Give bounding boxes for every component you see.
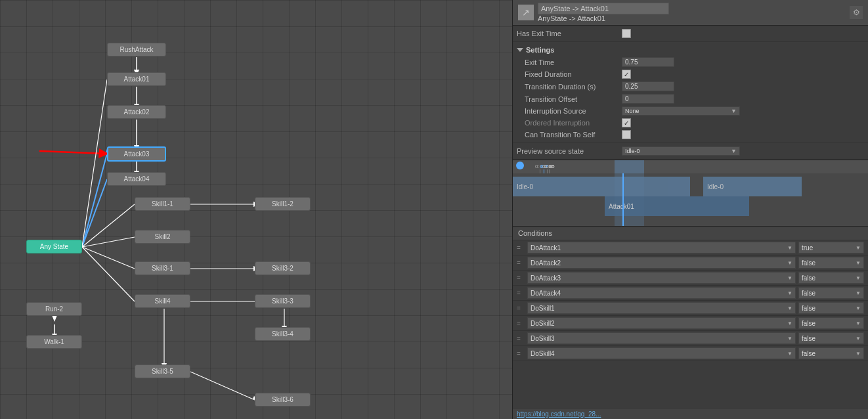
condition-equals-icon-4: = bbox=[517, 305, 525, 312]
interruption-source-dropdown[interactable]: None ▼ bbox=[622, 106, 740, 116]
value-arrow-icon-5: ▼ bbox=[856, 320, 861, 326]
condition-value-dropdown-2[interactable]: false ▼ bbox=[798, 272, 864, 284]
exit-time-input[interactable] bbox=[622, 57, 674, 67]
condition-value-dropdown-0[interactable]: true ▼ bbox=[798, 242, 864, 254]
interruption-source-row: Interruption Source None ▼ bbox=[517, 105, 864, 117]
has-exit-time-row: Has Exit Time bbox=[517, 28, 864, 39]
timeline-track-area[interactable]: Idle-0 Idle-0 Attack01 bbox=[513, 173, 868, 226]
timeline-track-idle: Idle-0 bbox=[513, 177, 690, 196]
param-arrow-icon-1: ▼ bbox=[787, 260, 792, 266]
settings-header-row: Settings bbox=[517, 44, 864, 56]
has-exit-time-label: Has Exit Time bbox=[517, 30, 622, 37]
value-arrow-icon-6: ▼ bbox=[856, 336, 861, 342]
node-skill2[interactable]: Skill2 bbox=[135, 230, 190, 244]
node-attack04[interactable]: Attack04 bbox=[107, 172, 166, 186]
condition-value-dropdown-6[interactable]: false ▼ bbox=[798, 332, 864, 344]
condition-param-dropdown-5[interactable]: DoSkill2 ▼ bbox=[527, 317, 796, 329]
condition-equals-icon-7: = bbox=[517, 350, 525, 357]
preview-source-dropdown[interactable]: Idle-0 ▼ bbox=[622, 146, 740, 156]
node-walk-1[interactable]: Walk-1 bbox=[26, 335, 82, 349]
preview-source-section: Preview source state Idle-0 ▼ bbox=[513, 143, 868, 160]
fixed-duration-label: Fixed Duration bbox=[517, 70, 622, 78]
param-arrow-icon-6: ▼ bbox=[787, 336, 792, 342]
condition-value-dropdown-5[interactable]: false ▼ bbox=[798, 317, 864, 329]
node-skill1-2[interactable]: Skill1-2 bbox=[255, 197, 311, 211]
settings-triangle[interactable] bbox=[517, 48, 523, 52]
fixed-duration-row: Fixed Duration bbox=[517, 68, 864, 80]
transition-icon: ↗ bbox=[518, 5, 534, 20]
node-skill1-1[interactable]: Skill1-1 bbox=[135, 197, 190, 211]
value-arrow-icon-0: ▼ bbox=[856, 245, 861, 251]
svg-line-10 bbox=[39, 151, 107, 154]
condition-row-1: = DoAttack2 ▼ false ▼ bbox=[513, 255, 868, 271]
ordered-interruption-checkbox[interactable] bbox=[622, 118, 631, 127]
param-arrow-icon-5: ▼ bbox=[787, 320, 792, 326]
exit-time-label: Exit Time bbox=[517, 58, 622, 66]
svg-line-11 bbox=[82, 204, 135, 247]
condition-equals-icon-1: = bbox=[517, 259, 525, 267]
node-skill3-6[interactable]: Skill3-6 bbox=[255, 393, 311, 407]
value-arrow-icon-7: ▼ bbox=[856, 351, 861, 357]
svg-line-12 bbox=[82, 237, 135, 247]
condition-param-dropdown-2[interactable]: DoAttack3 ▼ bbox=[527, 272, 796, 284]
preview-source-row: Preview source state Idle-0 ▼ bbox=[517, 145, 864, 157]
param-arrow-icon-2: ▼ bbox=[787, 275, 792, 281]
inspector-header: ↗ AnyState -> Attack01 ⚙ bbox=[513, 0, 868, 26]
tick-1-20: 1:20 bbox=[544, 164, 555, 173]
value-arrow-icon-4: ▼ bbox=[856, 305, 861, 311]
has-exit-time-checkbox[interactable] bbox=[622, 29, 631, 38]
timeline-scrubber-line bbox=[622, 173, 624, 226]
value-arrow-icon-3: ▼ bbox=[856, 290, 861, 296]
node-run-2[interactable]: Run-2 bbox=[26, 302, 82, 316]
condition-value-dropdown-7[interactable]: false ▼ bbox=[798, 347, 864, 359]
condition-row-2: = DoAttack3 ▼ false ▼ bbox=[513, 271, 868, 286]
node-any-state[interactable]: Any State bbox=[26, 240, 82, 254]
inspector-panel: ↗ AnyState -> Attack01 ⚙ Has Exit Time S… bbox=[512, 0, 868, 419]
condition-row-6: = DoSkill3 ▼ false ▼ bbox=[513, 331, 868, 346]
node-attack03[interactable]: Attack03 bbox=[107, 146, 166, 162]
ordered-interruption-label: Ordered Interruption bbox=[517, 119, 622, 127]
transition-duration-label: Transition Duration (s) bbox=[517, 83, 622, 91]
has-exit-time-section: Has Exit Time bbox=[513, 26, 868, 42]
node-skill3-1[interactable]: Skill3-1 bbox=[135, 261, 190, 275]
condition-row-3: = DoAttack4 ▼ false ▼ bbox=[513, 286, 868, 301]
conditions-header: Conditions bbox=[513, 227, 868, 240]
fixed-duration-checkbox[interactable] bbox=[622, 70, 631, 79]
node-skill3-5[interactable]: Skill3-5 bbox=[135, 364, 190, 378]
can-transition-to-self-label: Can Transition To Self bbox=[517, 131, 622, 139]
can-transition-to-self-checkbox[interactable] bbox=[622, 130, 631, 139]
condition-equals-icon-3: = bbox=[517, 290, 525, 297]
condition-param-dropdown-4[interactable]: DoSkill1 ▼ bbox=[527, 302, 796, 314]
node-rush-attack[interactable]: RushAttack bbox=[107, 43, 166, 56]
condition-equals-icon-0: = bbox=[517, 244, 525, 252]
param-arrow-icon-4: ▼ bbox=[787, 305, 792, 311]
dropdown-arrow-icon: ▼ bbox=[731, 108, 737, 114]
condition-value-dropdown-3[interactable]: false ▼ bbox=[798, 287, 864, 299]
footer-link[interactable]: https://blog.csdn.net/qq_28... bbox=[513, 409, 868, 419]
condition-value-dropdown-1[interactable]: false ▼ bbox=[798, 257, 864, 269]
inspector-title: AnyState -> Attack01 bbox=[538, 14, 846, 22]
gear-button[interactable]: ⚙ bbox=[850, 6, 863, 19]
condition-param-dropdown-6[interactable]: DoSkill3 ▼ bbox=[527, 332, 796, 344]
svg-marker-26 bbox=[52, 315, 57, 322]
node-skill3-2[interactable]: Skill3-2 bbox=[255, 261, 311, 275]
title-input[interactable] bbox=[538, 3, 669, 14]
node-attack01[interactable]: Attack01 bbox=[107, 72, 166, 86]
condition-param-dropdown-3[interactable]: DoAttack4 ▼ bbox=[527, 287, 796, 299]
node-skill4[interactable]: Skill4 bbox=[135, 294, 190, 308]
animator-panel[interactable]: RushAttack Attack01 Attack02 Attack03 At… bbox=[0, 0, 512, 419]
timeline-play-head[interactable] bbox=[516, 162, 524, 169]
inspector-scroll[interactable]: Has Exit Time Settings Exit Time Fixed D… bbox=[513, 26, 868, 409]
transition-duration-input[interactable] bbox=[622, 81, 674, 91]
node-skill3-3[interactable]: Skill3-3 bbox=[255, 294, 311, 308]
node-skill3-4[interactable]: Skill3-4 bbox=[255, 327, 311, 341]
node-attack02[interactable]: Attack02 bbox=[107, 105, 166, 119]
condition-param-dropdown-0[interactable]: DoAttack1 ▼ bbox=[527, 242, 796, 254]
transition-offset-input[interactable] bbox=[622, 94, 674, 104]
condition-param-dropdown-7[interactable]: DoSkill4 ▼ bbox=[527, 347, 796, 359]
timeline-container[interactable]: 0:00 0:05 0:10 0:15 0:2 0:25 1:00 1:05 1… bbox=[513, 160, 868, 227]
condition-param-dropdown-1[interactable]: DoAttack2 ▼ bbox=[527, 257, 796, 269]
timeline-track-idle2: Idle-0 bbox=[703, 177, 802, 196]
condition-value-dropdown-4[interactable]: false ▼ bbox=[798, 302, 864, 314]
timeline-ruler[interactable]: 0:00 0:05 0:10 0:15 0:2 0:25 1:00 1:05 1… bbox=[513, 160, 868, 173]
